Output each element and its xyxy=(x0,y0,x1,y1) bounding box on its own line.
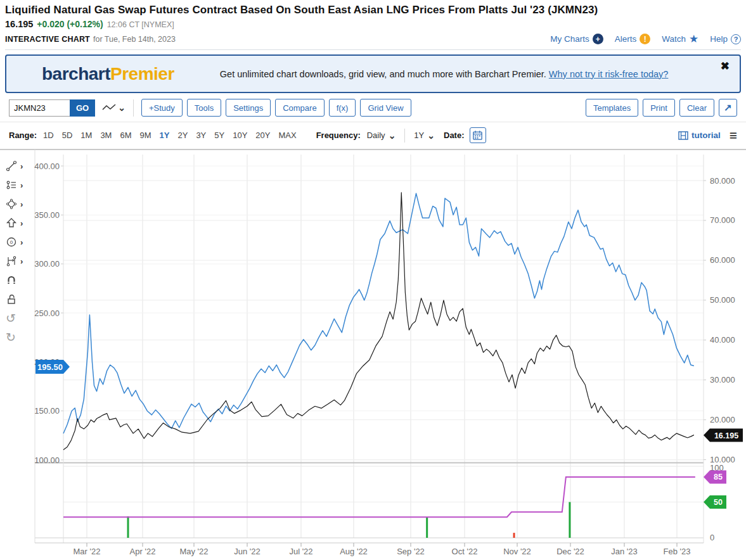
plus-circle-icon: + xyxy=(593,34,603,44)
frequency-label: Frequency: xyxy=(316,130,361,140)
svg-text:Apr '22: Apr '22 xyxy=(130,547,156,556)
range-bar: Range: 1D 5D 1M 3M 6M 9M 1Y 2Y 3Y 5Y 10Y… xyxy=(0,122,746,150)
symbol-input[interactable] xyxy=(9,99,70,117)
go-button[interactable]: GO xyxy=(70,99,95,117)
subheader-row: INTERACTIVE CHART for Tue, Feb 14th, 202… xyxy=(5,32,741,50)
print-button[interactable]: Print xyxy=(643,99,675,117)
range-20y[interactable]: 20Y xyxy=(255,130,270,140)
line-chart-icon xyxy=(101,103,117,113)
range-max[interactable]: MAX xyxy=(278,130,296,140)
expand-chart-button[interactable]: ↗ xyxy=(719,99,737,117)
premier-banner: barchartPremier Get unlimited chart down… xyxy=(5,54,741,93)
range-10y[interactable]: 10Y xyxy=(233,130,247,140)
svg-text:60.000: 60.000 xyxy=(710,255,735,265)
svg-text:50: 50 xyxy=(714,498,723,507)
svg-text:80.000: 80.000 xyxy=(710,176,735,186)
indicator-badge-85: 85 xyxy=(704,470,726,483)
indicator-purple xyxy=(63,477,695,517)
chevron-down-icon: ⌄ xyxy=(427,131,435,140)
price-chart-canvas[interactable]: 400.00350.00300.00250.00200.00150.00100.… xyxy=(0,150,746,560)
range-label: Range: xyxy=(9,130,37,140)
question-circle-icon: ? xyxy=(731,34,741,44)
svg-text:Jul '22: Jul '22 xyxy=(289,547,312,556)
settings-button[interactable]: Settings xyxy=(226,99,271,117)
fx-button[interactable]: f(x) xyxy=(329,99,356,117)
chart-toolbar: GO ⌄ +Study Tools Settings Compare f(x) … xyxy=(0,93,746,122)
svg-text:Oct '22: Oct '22 xyxy=(452,547,478,556)
period-dropdown[interactable]: 1Y⌄ xyxy=(414,130,435,140)
indicator-bar xyxy=(127,516,129,538)
tutorial-link[interactable]: tutorial xyxy=(678,130,721,140)
chart-date: for Tue, Feb 14th, 2023 xyxy=(93,35,176,44)
svg-text:85: 85 xyxy=(714,473,723,481)
svg-text:Nov '22: Nov '22 xyxy=(503,547,531,556)
templates-button[interactable]: Templates xyxy=(586,99,638,117)
banner-trial-link[interactable]: Why not try it risk-free today? xyxy=(549,69,669,79)
quote-row: 16.195 +0.020 (+0.12%) 12:06 CT [NYMEX] xyxy=(5,19,741,29)
quote-time: 12:06 CT [NYMEX] xyxy=(107,20,174,29)
star-icon: ★ xyxy=(689,32,698,46)
header: Liquified Natural Gas Swap Futures Contr… xyxy=(0,0,746,50)
interactive-chart-label: INTERACTIVE CHART xyxy=(5,35,90,44)
svg-text:250.00: 250.00 xyxy=(34,309,60,318)
svg-text:16.195: 16.195 xyxy=(714,431,738,440)
svg-text:Feb '23: Feb '23 xyxy=(664,547,691,556)
indicator-bar xyxy=(426,517,428,538)
help-link[interactable]: Help? xyxy=(710,34,741,44)
range-divider xyxy=(404,129,405,143)
banner-message: Get unlimited chart downloads, grid view… xyxy=(220,69,669,79)
range-1y-selected[interactable]: 1Y xyxy=(160,130,170,140)
svg-text:40.000: 40.000 xyxy=(710,335,735,345)
clear-button[interactable]: Clear xyxy=(679,99,714,117)
svg-text:30.000: 30.000 xyxy=(710,375,735,385)
my-charts-link[interactable]: My Charts+ xyxy=(550,34,603,44)
range-6m[interactable]: 6M xyxy=(120,130,131,140)
compare-button[interactable]: Compare xyxy=(275,99,324,117)
chart-region: › › › › 0› › ↺ ↻ xyxy=(0,150,746,560)
barchart-premier-logo: barchartPremier xyxy=(42,64,174,84)
indicator-bar xyxy=(513,533,515,538)
menu-icon[interactable]: ≡ xyxy=(730,129,737,142)
svg-text:Aug '22: Aug '22 xyxy=(340,547,368,556)
price-change: +0.020 (+0.12%) xyxy=(37,19,103,29)
film-icon xyxy=(678,131,688,140)
svg-text:50.000: 50.000 xyxy=(710,295,735,305)
svg-text:Mar '22: Mar '22 xyxy=(74,547,101,556)
svg-text:350.00: 350.00 xyxy=(34,210,60,220)
chart-type-selector[interactable]: ⌄ xyxy=(101,103,125,113)
range-1d[interactable]: 1D xyxy=(43,130,54,140)
range-5y[interactable]: 5Y xyxy=(214,130,224,140)
range-3m[interactable]: 3M xyxy=(100,130,112,140)
svg-text:20.000: 20.000 xyxy=(710,415,735,424)
svg-text:May '22: May '22 xyxy=(179,547,208,556)
watch-link[interactable]: Watch★ xyxy=(662,32,698,46)
toolbar-right: Templates Print Clear ↗ xyxy=(586,99,737,117)
range-1m[interactable]: 1M xyxy=(80,130,92,140)
range-3y[interactable]: 3Y xyxy=(196,130,206,140)
calendar-button[interactable] xyxy=(470,127,486,143)
frequency-dropdown[interactable]: Daily⌄ xyxy=(367,130,396,140)
page-title: Liquified Natural Gas Swap Futures Contr… xyxy=(5,4,741,16)
date-label: Date: xyxy=(444,130,465,140)
range-9m[interactable]: 9M xyxy=(140,130,151,140)
alerts-link[interactable]: Alerts! xyxy=(615,34,651,44)
svg-text:195.50: 195.50 xyxy=(37,362,63,372)
svg-text:Jun '22: Jun '22 xyxy=(234,547,260,556)
add-study-button[interactable]: +Study xyxy=(141,99,183,117)
chevron-down-icon: ⌄ xyxy=(389,131,396,140)
toolbar-divider xyxy=(133,99,134,117)
barchart-interactive-chart-page: Liquified Natural Gas Swap Futures Contr… xyxy=(0,0,746,560)
range-5d[interactable]: 5D xyxy=(62,130,73,140)
svg-text:0: 0 xyxy=(710,533,714,542)
svg-text:150.00: 150.00 xyxy=(34,406,60,416)
tools-button[interactable]: Tools xyxy=(187,99,221,117)
indicator-bar xyxy=(569,502,570,538)
svg-text:Jan '23: Jan '23 xyxy=(611,547,638,556)
close-icon[interactable]: ✖ xyxy=(721,61,730,72)
range-2y[interactable]: 2Y xyxy=(177,130,188,140)
last-price: 16.195 xyxy=(5,19,33,29)
right-price-badge: 16.195 xyxy=(704,429,743,442)
grid-view-button[interactable]: Grid View xyxy=(360,99,411,117)
svg-text:100.00: 100.00 xyxy=(34,455,60,465)
left-price-badge: 195.50 xyxy=(35,360,70,374)
